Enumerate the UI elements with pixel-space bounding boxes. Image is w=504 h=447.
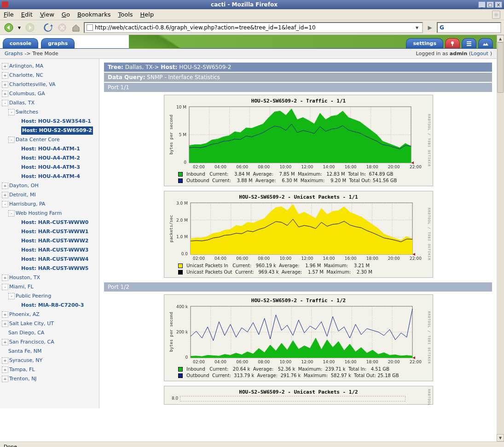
tree-link[interactable]: Host: HOU-S2-SW6509-2 <box>21 126 93 135</box>
tree-toggle-icon[interactable]: + <box>2 357 8 364</box>
tree-item[interactable]: -Switches <box>2 108 97 117</box>
close-button[interactable]: × <box>495 1 502 8</box>
home-button[interactable] <box>70 22 82 34</box>
tree-link[interactable]: Host: HOU-A4-ATM-4 <box>21 172 80 181</box>
maximize-button[interactable]: ▢ <box>487 1 494 8</box>
tree-link[interactable]: Phoenix, AZ <box>9 310 40 319</box>
tree-item[interactable]: Host: HOU-A4-ATM-1 <box>2 144 97 154</box>
tree-link[interactable]: Syracuse, NY <box>9 356 42 365</box>
tree-link[interactable]: Dallas, TX <box>9 99 35 107</box>
tree-link[interactable]: Tampa, FL <box>9 366 35 374</box>
tree-link[interactable]: Host: HAR-CUST-WWW0 <box>21 218 89 227</box>
tree-toggle-icon[interactable]: + <box>2 367 8 373</box>
tree-item[interactable]: Host: HOU-A4-ATM-3 <box>2 163 97 172</box>
tree-link[interactable]: Host: HAR-CUST-WWW3 <box>21 246 89 254</box>
tree-toggle-icon[interactable]: - <box>8 137 15 143</box>
tree-item[interactable]: San Diego, CA <box>2 328 97 338</box>
tab-console[interactable]: console <box>3 38 38 48</box>
tree-item[interactable]: +Tampa, FL <box>2 365 97 374</box>
tree-item[interactable]: Host: HAR-CUST-WWW1 <box>2 227 97 236</box>
reload-button[interactable] <box>42 22 54 34</box>
tree-toggle-icon[interactable]: + <box>2 91 8 97</box>
tree-toggle-icon[interactable]: - <box>8 210 15 217</box>
logout-link[interactable]: Logout <box>471 51 488 57</box>
stop-button[interactable] <box>56 22 68 34</box>
tree-toggle-icon[interactable]: + <box>2 192 8 198</box>
tab-list-icon[interactable] <box>462 38 476 48</box>
tree-toggle-icon[interactable]: - <box>8 293 15 299</box>
tree-link[interactable]: Switches <box>16 108 38 116</box>
tree-toggle-icon[interactable]: + <box>2 63 8 69</box>
tree-item[interactable]: Host: HAR-CUST-WWW5 <box>2 264 97 273</box>
tree-item[interactable]: Host: HAR-CUST-WWW3 <box>2 246 97 255</box>
tree-toggle-icon[interactable]: + <box>2 81 8 88</box>
breadcrumb-link[interactable]: Graphs <box>5 51 23 57</box>
tree-item[interactable]: +Phoenix, AZ <box>2 310 97 319</box>
tab-settings[interactable]: settings <box>406 38 443 48</box>
tree-link[interactable]: Host: HOU-S2-SW3548-1 <box>21 117 91 126</box>
tree-item[interactable]: Host: HOU-S2-SW3548-1 <box>2 117 97 126</box>
tree-link[interactable]: Host: HAR-CUST-WWW1 <box>21 228 89 236</box>
tree-item[interactable]: +Syracuse, NY <box>2 356 97 365</box>
tree-item[interactable]: +San Francisco, CA <box>2 338 97 347</box>
graph-unicast-2[interactable]: RRDTOOL HOU-S2-SW6509-2 - Unicast Packet… <box>164 386 433 405</box>
tree-toggle-icon[interactable]: + <box>2 275 8 281</box>
tab-tree-icon[interactable] <box>445 38 460 48</box>
back-dropdown[interactable]: ▾ <box>17 22 22 34</box>
tree-toggle-icon[interactable]: - <box>2 100 8 106</box>
menu-file[interactable]: File <box>4 11 14 18</box>
scroll-up-button[interactable]: ▲ <box>497 35 504 42</box>
tree-item[interactable]: Host: HOU-A4-ATM-4 <box>2 172 97 181</box>
tree-item[interactable]: Host: HAR-CUST-WWW0 <box>2 218 97 227</box>
tree-item[interactable]: Host: HOU-S2-SW6509-2 <box>2 126 97 135</box>
tree-link[interactable]: Public Peering <box>16 292 51 300</box>
tree-item[interactable]: Host: HAR-CUST-WWW4 <box>2 255 97 264</box>
forward-button[interactable] <box>24 22 36 34</box>
tree-item[interactable]: -Harrisburg, PA <box>2 200 97 209</box>
tree-item[interactable]: +Trenton, NJ <box>2 374 97 384</box>
go-button[interactable]: ▶ <box>425 23 435 33</box>
minimize-button[interactable]: _ <box>478 1 486 8</box>
tree-toggle-icon[interactable]: + <box>2 311 8 318</box>
tree-item[interactable]: Santa Fe, NM <box>2 347 97 356</box>
menu-go[interactable]: Go <box>62 11 70 18</box>
tree-toggle-icon[interactable]: - <box>2 201 8 207</box>
tree-toggle-icon[interactable]: + <box>2 183 8 189</box>
tree-toggle-icon[interactable]: + <box>2 376 8 382</box>
tree-link[interactable]: Charlotte, NC <box>9 71 43 80</box>
tree-link[interactable]: Salt Lake City, UT <box>9 320 54 328</box>
tree-link[interactable]: Houston, TX <box>9 274 40 282</box>
graph-unicast-1[interactable]: RRDTOOL / TOBI OETIKER HOU-S2-SW6509-2 -… <box>164 191 433 278</box>
tree-link[interactable]: Columbus, GA <box>9 90 45 98</box>
graph-traffic-2[interactable]: RRDTOOL / TOBI OETIKER HOU-S2-SW6509-2 -… <box>164 294 433 381</box>
tree-item[interactable]: Host: MIA-R8-C7200-3 <box>2 301 97 310</box>
tab-graphs[interactable]: graphs <box>41 38 75 48</box>
tree-item[interactable]: +Salt Lake City, UT <box>2 319 97 328</box>
tree-item[interactable]: +Columbus, GA <box>2 89 97 98</box>
tree-link[interactable]: Santa Fe, NM <box>8 347 41 355</box>
tree-item[interactable]: +Charlotte, NC <box>2 71 97 80</box>
tab-preview-icon[interactable] <box>478 38 493 48</box>
tree-link[interactable]: Data Center Core <box>16 136 60 144</box>
tree-item[interactable]: -Web Hosting Farm <box>2 209 97 218</box>
url-history-dropdown[interactable]: ▾ <box>414 24 420 31</box>
tree-link[interactable]: Dayton, OH <box>9 182 39 190</box>
menu-view[interactable]: View <box>40 11 54 18</box>
tree-link[interactable]: San Diego, CA <box>8 329 44 337</box>
menu-bookmarks[interactable]: Bookmarks <box>77 11 111 18</box>
tree-item[interactable]: Host: HOU-A4-ATM-2 <box>2 154 97 163</box>
tree-link[interactable]: Arlington, MA <box>9 62 43 70</box>
tree-link[interactable]: Host: MIA-R8-C7200-3 <box>21 301 84 309</box>
menu-edit[interactable]: Edit <box>21 11 33 18</box>
tree-link[interactable]: Detroit, MI <box>9 191 36 199</box>
tree-item[interactable]: +Charlottesville, VA <box>2 80 97 89</box>
tree-item[interactable]: +Detroit, MI <box>2 190 97 200</box>
tree-link[interactable]: Trenton, NJ <box>9 375 37 383</box>
back-button[interactable] <box>3 22 15 34</box>
tree-item[interactable]: +Dayton, OH <box>2 181 97 190</box>
tree-toggle-icon[interactable]: + <box>2 321 8 327</box>
tree-item[interactable]: +Arlington, MA <box>2 62 97 71</box>
tree-item[interactable]: +Houston, TX <box>2 273 97 282</box>
tree-item[interactable]: -Miami, FL <box>2 282 97 292</box>
tree-link[interactable]: Host: HAR-CUST-WWW2 <box>21 237 89 245</box>
